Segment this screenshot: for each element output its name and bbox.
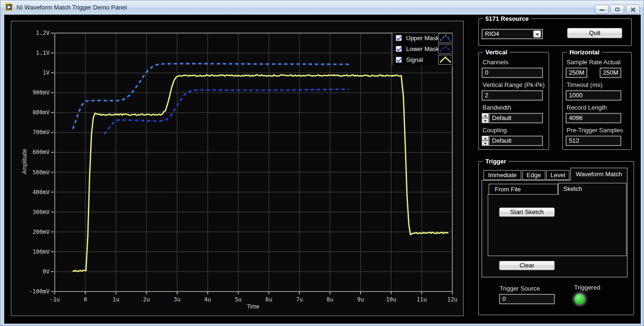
vertical-range-label: Vertical Range (Pk-Pk) — [483, 81, 545, 88]
svg-text:12u: 12u — [447, 296, 458, 303]
lower-mask-checkbox[interactable] — [396, 46, 402, 52]
legend-label: Upper Mask — [406, 34, 439, 42]
svg-text:11u: 11u — [416, 296, 427, 303]
legend-label: Signal — [406, 56, 423, 63]
bandwidth-spinner — [482, 113, 489, 123]
svg-text:600mV: 600mV — [33, 149, 50, 155]
decrement-icon[interactable] — [482, 141, 489, 146]
timeout-label: Timeout (ms) — [567, 81, 602, 88]
tab-immediate[interactable]: Immediate — [483, 170, 521, 180]
lower-mask-plot-style-icon[interactable] — [438, 44, 453, 54]
tab-level[interactable]: Level — [546, 170, 569, 180]
svg-text:200mV: 200mV — [33, 229, 50, 235]
svg-text:0: 0 — [84, 296, 87, 303]
increment-icon[interactable] — [482, 136, 489, 141]
window-title: NI Waveform Match Trigger Demo Panel — [17, 4, 127, 11]
bandwidth-control: Default — [482, 113, 543, 123]
legend-row-signal: Signal — [392, 55, 453, 66]
svg-text:6u: 6u — [265, 296, 272, 303]
svg-text:4u: 4u — [204, 296, 211, 303]
group-vertical: Vertical Channels 0 Vertical Range (Pk-P… — [478, 52, 549, 150]
coupling-spinner — [482, 136, 489, 146]
resource-dropdown[interactable]: RIO4 — [482, 29, 543, 39]
svg-text:8u: 8u — [327, 296, 333, 303]
channels-field[interactable]: 0 — [482, 68, 543, 78]
svg-text:1.1V: 1.1V — [36, 50, 50, 56]
maximize-button[interactable] — [610, 5, 624, 14]
waveform-graph: 1.2V1.1V1V900mV800mV700mV600mV500mV400mV… — [11, 21, 464, 316]
coupling-label: Coupling — [483, 127, 507, 134]
window: NI Waveform Match Trigger Demo Panel 1.2… — [0, 0, 644, 326]
svg-text:-100mV: -100mV — [29, 288, 50, 295]
triggered-label: Triggered — [574, 284, 600, 291]
pretrigger-samples-label: Pre-Trigger Samples — [567, 127, 623, 134]
svg-text:1u: 1u — [112, 296, 119, 303]
svg-text:100mV: 100mV — [33, 249, 50, 255]
tab-from-file[interactable]: From File — [489, 184, 558, 195]
bandwidth-field[interactable]: Default — [489, 113, 543, 123]
svg-text:1V: 1V — [43, 69, 50, 76]
sketch-page — [488, 194, 627, 256]
group-title: Horizontal — [567, 49, 602, 56]
coupling-control: Default — [482, 136, 543, 146]
record-length-label: Record Length — [567, 104, 607, 111]
svg-text:800mV: 800mV — [33, 109, 50, 116]
svg-text:7u: 7u — [296, 296, 303, 303]
group-horizontal: Horizontal Sample Rate Actual 250M 250M … — [562, 52, 632, 150]
increment-icon[interactable] — [482, 113, 489, 118]
legend-row-upper-mask: Upper Mask — [392, 33, 453, 44]
bandwidth-label: Bandwidth — [483, 104, 511, 111]
group-title: 5171 Resource — [483, 15, 531, 22]
group-title: Vertical — [483, 49, 509, 56]
minimize-button[interactable] — [595, 5, 609, 14]
legend-row-lower-mask: Lower Mask — [392, 44, 453, 55]
clear-button[interactable]: Clear — [499, 261, 555, 270]
actual-sample-rate-field[interactable]: 250M — [600, 68, 621, 78]
svg-text:-1u: -1u — [50, 296, 60, 303]
plot-legend: Upper Mask Lower Mask Signal — [392, 33, 453, 66]
y-axis-title: Amplitude — [21, 149, 28, 174]
close-button[interactable] — [626, 5, 640, 14]
svg-text:0V: 0V — [43, 268, 50, 275]
upper-mask-checkbox[interactable] — [396, 35, 402, 41]
legend-label: Lower Mask — [406, 45, 439, 52]
tab-waveform-match[interactable]: Waveform Match — [570, 168, 627, 180]
tab-sketch[interactable]: Sketch — [558, 183, 627, 195]
svg-text:10u: 10u — [386, 296, 397, 303]
content-area: 1.2V1.1V1V900mV800mV700mV600mV500mV400mV… — [4, 15, 641, 324]
trigger-source-label: Trigger Source — [500, 285, 540, 292]
maximize-icon — [615, 8, 619, 11]
timeout-field[interactable]: 1000 — [566, 90, 621, 101]
group-5171-resource: 5171 Resource RIO4 Quit — [478, 18, 632, 46]
svg-text:5u: 5u — [235, 296, 241, 303]
labview-app-icon — [5, 3, 13, 11]
start-sketch-button[interactable]: Start Sketch — [499, 207, 555, 217]
signal-plot-style-icon[interactable] — [438, 55, 453, 65]
x-axis-title: Time — [247, 303, 259, 310]
tab-edge[interactable]: Edge — [522, 170, 545, 180]
vertical-range-field[interactable]: 2 — [482, 90, 543, 101]
resource-dropdown-value: RIO4 — [485, 30, 499, 37]
group-trigger: Trigger Immediate Edge Level Waveform Ma… — [478, 161, 634, 315]
svg-text:300mV: 300mV — [33, 209, 50, 215]
svg-text:700mV: 700mV — [33, 129, 50, 136]
titlebar: NI Waveform Match Trigger Demo Panel — [0, 0, 644, 15]
svg-text:9u: 9u — [357, 296, 364, 303]
trigger-source-field[interactable]: 0 — [499, 294, 555, 304]
decrement-icon[interactable] — [482, 118, 489, 123]
svg-text:3u: 3u — [174, 296, 180, 303]
coupling-field[interactable]: Default — [489, 136, 543, 146]
svg-text:500mV: 500mV — [33, 169, 50, 176]
upper-mask-plot-style-icon[interactable] — [438, 33, 453, 43]
signal-checkbox[interactable] — [396, 57, 402, 63]
actual-label: Actual — [603, 59, 620, 66]
dropdown-arrow-icon[interactable] — [533, 30, 541, 38]
group-title: Trigger — [483, 158, 508, 165]
svg-text:1.2V: 1.2V — [36, 30, 50, 36]
channels-label: Channels — [483, 59, 508, 66]
record-length-field[interactable]: 4096 — [566, 113, 621, 123]
sample-rate-field[interactable]: 250M — [566, 68, 587, 78]
pretrigger-samples-field[interactable]: 512 — [566, 136, 621, 146]
triggered-led — [575, 294, 585, 304]
quit-button[interactable]: Quit — [567, 28, 622, 38]
